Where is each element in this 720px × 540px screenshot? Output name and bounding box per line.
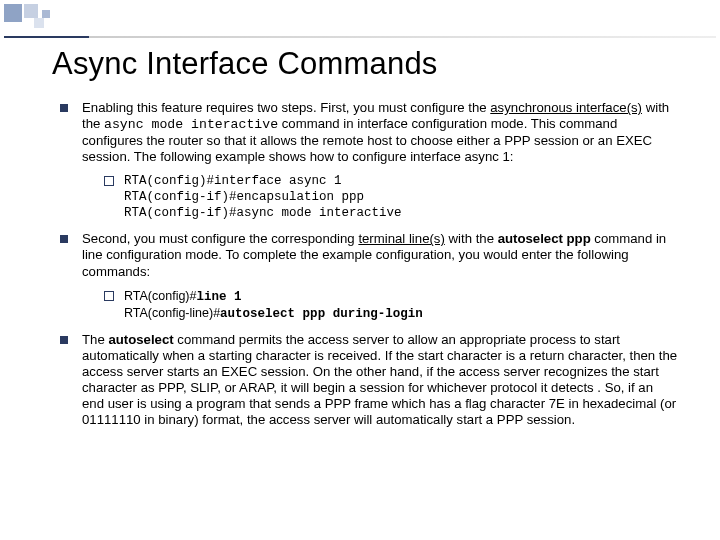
text-underlined: asynchronous interface(s) xyxy=(490,100,642,115)
bullet-2: Second, you must configure the correspon… xyxy=(60,231,678,321)
bullet-1: Enabling this feature requires two steps… xyxy=(60,100,678,221)
code-prefix: RTA(config-line)# xyxy=(124,306,220,320)
text-bold: autoselect xyxy=(108,332,173,347)
sub-list-1: RTA(config)#interface async 1 RTA(config… xyxy=(82,173,678,221)
text-bold: autoselect ppp xyxy=(498,231,591,246)
code-prefix: RTA(config)# xyxy=(124,289,196,303)
text-mono: async mode interactive xyxy=(104,117,278,132)
text: Second, you must configure the correspon… xyxy=(82,231,358,246)
text: Enabling this feature requires two steps… xyxy=(82,100,490,115)
code-line: RTA(config-if)#async mode interactive xyxy=(124,206,402,220)
page-title: Async Interface Commands xyxy=(52,46,678,82)
code-line: RTA(config)#interface async 1 xyxy=(124,174,342,188)
code-line: RTA(config-if)#encapsulation ppp xyxy=(124,190,364,204)
text: with the xyxy=(445,231,498,246)
text-underlined: terminal line(s) xyxy=(358,231,444,246)
code-bold: autoselect ppp during-login xyxy=(220,307,423,321)
text: The xyxy=(82,332,108,347)
slide-body: Async Interface Commands Enabling this f… xyxy=(0,0,720,454)
corner-decoration xyxy=(4,4,114,44)
bullet-list: Enabling this feature requires two steps… xyxy=(52,100,678,428)
code-block: RTA(config)#line 1 RTA(config-line)#auto… xyxy=(104,288,678,322)
bullet-3: The autoselect command permits the acces… xyxy=(60,332,678,429)
sub-list-2: RTA(config)#line 1 RTA(config-line)#auto… xyxy=(82,288,678,322)
code-bold: line 1 xyxy=(196,290,241,304)
code-block: RTA(config)#interface async 1 RTA(config… xyxy=(104,173,678,221)
